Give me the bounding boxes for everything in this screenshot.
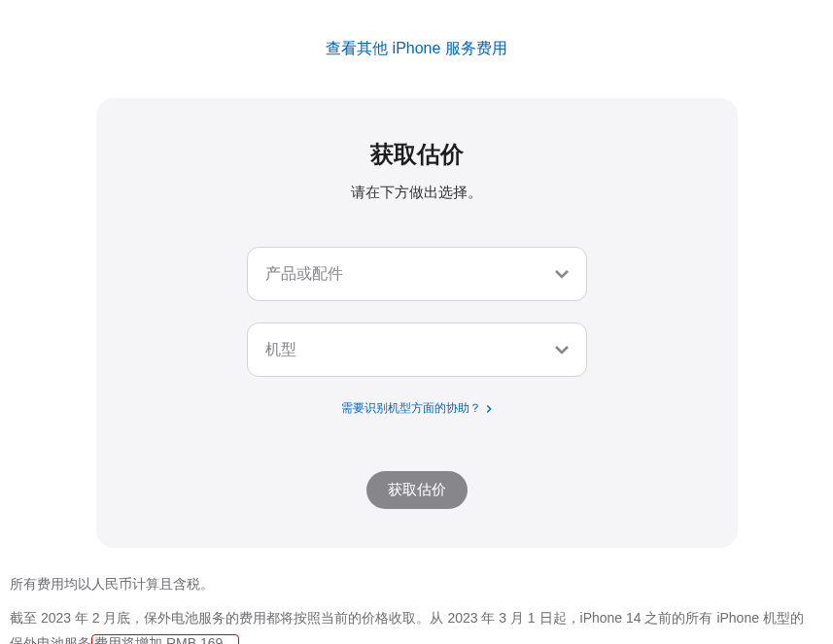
model-select[interactable]: 机型	[247, 322, 587, 377]
card-subtitle: 请在下方做出选择。	[145, 184, 689, 202]
identify-model-help-link[interactable]: 需要识别机型方面的协助？	[341, 400, 493, 417]
chevron-down-icon	[555, 343, 569, 356]
top-link-other-services[interactable]: 查看其他 iPhone 服务费用	[0, 39, 833, 59]
footer-notes: 所有费用均以人民币计算且含税。 截至 2023 年 2 月底，保外电池服务的费用…	[10, 571, 816, 644]
chevron-right-icon	[485, 405, 493, 413]
estimate-card: 获取估价 请在下方做出选择。 产品或配件 机型 需要识别机型方面的协助？ 获取估…	[96, 98, 738, 548]
footer-line-1: 所有费用均以人民币计算且含税。	[10, 571, 816, 597]
footer-highlight: 费用将增加 RMB 169。	[91, 634, 239, 644]
model-select-placeholder: 机型	[265, 340, 296, 360]
get-estimate-button[interactable]: 获取估价	[366, 471, 468, 509]
product-select[interactable]: 产品或配件	[247, 247, 587, 301]
product-select-placeholder: 产品或配件	[265, 264, 343, 285]
chevron-down-icon	[555, 267, 569, 281]
footer-line-2: 截至 2023 年 2 月底，保外电池服务的费用都将按照当前的价格收取。从 20…	[10, 605, 816, 644]
card-title: 获取估价	[145, 139, 689, 170]
help-link-text: 需要识别机型方面的协助？	[341, 400, 481, 417]
